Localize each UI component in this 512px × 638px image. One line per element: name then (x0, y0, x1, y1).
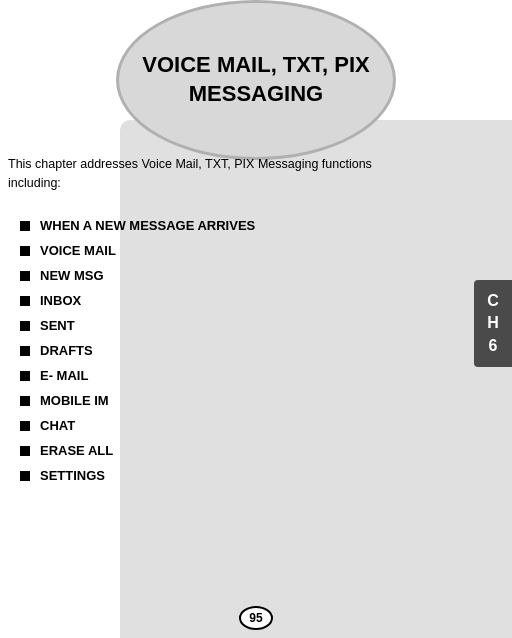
page-container: VOICE MAIL, TXT, PIX MESSAGING This chap… (0, 0, 512, 638)
list-item-label: NEW MSG (40, 268, 104, 283)
page-number: 95 (239, 606, 273, 630)
list-item: NEW MSG (20, 268, 462, 283)
list-item-label: CHAT (40, 418, 75, 433)
list-item: MOBILE IM (20, 393, 462, 408)
list-item-label: DRAFTS (40, 343, 93, 358)
intro-text: This chapter addresses Voice Mail, TXT, … (8, 155, 462, 193)
bullet-icon (20, 471, 30, 481)
circle-title: VOICE MAIL, TXT, PIX MESSAGING (132, 41, 379, 118)
chapter-tab: C H 6 (474, 280, 512, 367)
bullet-icon (20, 296, 30, 306)
list-item: SENT (20, 318, 462, 333)
list-item-label: VOICE MAIL (40, 243, 116, 258)
list-item: ERASE ALL (20, 443, 462, 458)
list-item: WHEN A NEW MESSAGE ARRIVES (20, 218, 462, 233)
list-item-label: ERASE ALL (40, 443, 113, 458)
list-item-label: SETTINGS (40, 468, 105, 483)
list-item: INBOX (20, 293, 462, 308)
list-item-label: SENT (40, 318, 75, 333)
list-item-label: E- MAIL (40, 368, 88, 383)
bullet-icon (20, 421, 30, 431)
bullet-icon (20, 221, 30, 231)
list-item: SETTINGS (20, 468, 462, 483)
list-item-label: MOBILE IM (40, 393, 109, 408)
bullet-icon (20, 346, 30, 356)
list-area: WHEN A NEW MESSAGE ARRIVESVOICE MAILNEW … (20, 218, 462, 598)
circle-area: VOICE MAIL, TXT, PIX MESSAGING (106, 0, 406, 160)
list-item: VOICE MAIL (20, 243, 462, 258)
list-item-label: INBOX (40, 293, 81, 308)
bullet-icon (20, 396, 30, 406)
bullet-icon (20, 446, 30, 456)
bullet-icon (20, 321, 30, 331)
list-item: E- MAIL (20, 368, 462, 383)
list-item: CHAT (20, 418, 462, 433)
list-item-label: WHEN A NEW MESSAGE ARRIVES (40, 218, 255, 233)
bullet-icon (20, 371, 30, 381)
circle-shape: VOICE MAIL, TXT, PIX MESSAGING (116, 0, 396, 160)
bullet-icon (20, 246, 30, 256)
list-item: DRAFTS (20, 343, 462, 358)
bullet-icon (20, 271, 30, 281)
